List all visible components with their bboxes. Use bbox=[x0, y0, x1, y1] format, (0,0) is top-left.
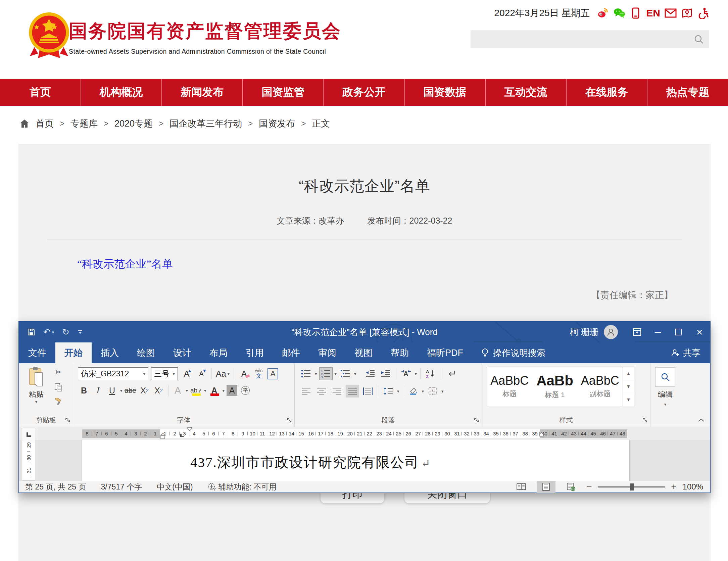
style-card-1[interactable]: AaBbC标题 bbox=[487, 367, 532, 406]
zoom-level[interactable]: 100% bbox=[683, 482, 703, 492]
style-card-3[interactable]: AaBbC副标题 bbox=[577, 367, 623, 406]
web-layout-icon[interactable] bbox=[562, 481, 580, 493]
cut-icon[interactable]: ✂ bbox=[53, 367, 64, 377]
save-icon[interactable] bbox=[27, 328, 35, 336]
character-shading-icon[interactable]: A bbox=[227, 385, 237, 396]
strikethrough-icon[interactable]: abe bbox=[125, 384, 137, 397]
avatar[interactable] bbox=[604, 325, 618, 339]
breadcrumb-item-2[interactable]: 专题库 bbox=[70, 118, 98, 130]
search-input[interactable] bbox=[471, 30, 689, 48]
first-line-indent-marker[interactable] bbox=[187, 427, 192, 431]
font-color-icon[interactable]: A bbox=[208, 384, 221, 397]
ribbon-tab-视图[interactable]: 视图 bbox=[345, 342, 382, 363]
hanging-indent-marker[interactable] bbox=[160, 432, 165, 440]
vertical-ruler[interactable]: 293031 bbox=[22, 440, 35, 481]
nav-item-1[interactable]: 首页 bbox=[0, 79, 81, 106]
font-dialog-launcher-icon[interactable] bbox=[287, 418, 292, 424]
account-name[interactable]: 柯 珊珊 bbox=[570, 326, 598, 338]
bullets-icon[interactable] bbox=[299, 367, 313, 380]
styles-dialog-launcher-icon[interactable] bbox=[643, 418, 647, 424]
nav-item-2[interactable]: 机构概况 bbox=[81, 79, 161, 106]
multilevel-list-icon[interactable] bbox=[339, 367, 352, 380]
nav-item-3[interactable]: 新闻发布 bbox=[161, 79, 242, 106]
zoom-out-icon[interactable]: − bbox=[586, 481, 592, 492]
bold-icon[interactable]: B bbox=[78, 384, 90, 397]
tell-me-search[interactable]: 操作说明搜索 bbox=[481, 342, 545, 363]
format-painter-icon[interactable] bbox=[53, 397, 64, 407]
weibo-icon[interactable] bbox=[597, 7, 609, 19]
ribbon-tab-福昕PDF[interactable]: 福昕PDF bbox=[418, 342, 472, 363]
subscript-icon[interactable]: X2 bbox=[139, 384, 151, 397]
ribbon-tab-引用[interactable]: 引用 bbox=[237, 342, 273, 363]
shrink-font-icon[interactable]: A▼ bbox=[195, 367, 207, 380]
highlight-color-icon[interactable]: ab bbox=[190, 384, 202, 397]
editing-button[interactable]: 编辑 ▾ bbox=[654, 367, 676, 407]
nav-item-5[interactable]: 政务公开 bbox=[323, 79, 404, 106]
redo-icon[interactable]: ↻ bbox=[62, 327, 69, 337]
location-map-icon[interactable] bbox=[681, 7, 693, 19]
ribbon-display-options-icon[interactable] bbox=[627, 322, 647, 342]
page-indicator[interactable]: 第 25 页, 共 25 页 bbox=[25, 482, 86, 492]
undo-icon[interactable]: ↶▾ bbox=[43, 327, 54, 337]
breadcrumb-item-6[interactable]: 正文 bbox=[312, 118, 330, 130]
styles-more-icon[interactable]: ▼ bbox=[623, 393, 634, 406]
increase-indent-icon[interactable] bbox=[379, 367, 392, 380]
search-button[interactable] bbox=[689, 30, 709, 48]
breadcrumb-item-1[interactable]: 首页 bbox=[36, 118, 54, 130]
align-left-icon[interactable] bbox=[299, 385, 313, 398]
mail-icon[interactable] bbox=[665, 7, 677, 19]
align-center-icon[interactable] bbox=[315, 385, 328, 398]
close-button[interactable]: × bbox=[689, 322, 710, 342]
change-case-icon[interactable]: Aa▾ bbox=[216, 367, 230, 380]
styles-scroll-up-icon[interactable]: ▲ bbox=[623, 367, 634, 380]
nav-item-9[interactable]: 热点专题 bbox=[647, 79, 728, 106]
numbering-icon[interactable]: 123 bbox=[319, 367, 333, 380]
asian-layout-icon[interactable]: A bbox=[399, 367, 413, 380]
nav-item-4[interactable]: 国资监管 bbox=[242, 79, 323, 106]
text-effects-icon[interactable]: A bbox=[172, 384, 184, 397]
paragraph-dialog-launcher-icon[interactable] bbox=[474, 418, 479, 424]
clear-formatting-icon[interactable]: A bbox=[238, 367, 250, 380]
print-layout-icon[interactable] bbox=[537, 481, 555, 493]
clipboard-dialog-launcher-icon[interactable] bbox=[65, 418, 70, 424]
document-area[interactable]: 293031 437.深圳市市政设计研究院有限公司↵ bbox=[19, 440, 710, 481]
phonetic-guide-icon[interactable]: wén 文 bbox=[253, 367, 265, 380]
document-text-line[interactable]: 437.深圳市市政设计研究院有限公司↵ bbox=[190, 453, 431, 472]
justify-icon[interactable] bbox=[346, 385, 359, 398]
enclose-characters-icon[interactable]: 字 bbox=[239, 384, 251, 397]
word-count[interactable]: 3/7517 个字 bbox=[101, 482, 142, 492]
ribbon-tab-开始[interactable]: 开始 bbox=[55, 342, 92, 363]
superscript-icon[interactable]: X2 bbox=[153, 384, 165, 397]
document-page[interactable]: 437.深圳市市政设计研究院有限公司↵ bbox=[82, 440, 629, 481]
nav-item-6[interactable]: 国资数据 bbox=[404, 79, 485, 106]
customize-qat-icon[interactable] bbox=[78, 329, 83, 335]
maximize-button[interactable] bbox=[668, 322, 689, 342]
tab-selector[interactable] bbox=[22, 428, 35, 441]
accessibility-status[interactable]: ? 辅助功能: 不可用 bbox=[208, 482, 277, 492]
zoom-slider-thumb[interactable] bbox=[630, 483, 634, 490]
shading-icon[interactable] bbox=[406, 385, 420, 398]
ribbon-tab-文件[interactable]: 文件 bbox=[19, 342, 55, 363]
right-indent-marker[interactable] bbox=[539, 432, 544, 436]
copy-icon[interactable] bbox=[53, 382, 64, 392]
styles-scroll-down-icon[interactable]: ▼ bbox=[623, 380, 634, 393]
italic-icon[interactable]: I bbox=[92, 384, 104, 397]
distributed-icon[interactable] bbox=[361, 385, 375, 398]
share-button[interactable]: 共享 bbox=[671, 342, 700, 363]
ribbon-tab-插入[interactable]: 插入 bbox=[92, 342, 128, 363]
font-size-combobox[interactable]: 三号▾ bbox=[151, 367, 178, 380]
character-border-icon[interactable]: A bbox=[268, 368, 278, 379]
decrease-indent-icon[interactable] bbox=[363, 367, 377, 380]
line-spacing-icon[interactable] bbox=[382, 385, 395, 398]
en-language-link[interactable]: EN bbox=[646, 7, 660, 19]
language-indicator[interactable]: 中文(中国) bbox=[157, 482, 193, 492]
zoom-slider[interactable] bbox=[598, 481, 665, 493]
read-mode-icon[interactable] bbox=[512, 481, 531, 493]
breadcrumb-item-3[interactable]: 2020专题 bbox=[114, 118, 153, 130]
underline-icon[interactable]: U bbox=[106, 384, 118, 397]
ribbon-tab-设计[interactable]: 设计 bbox=[164, 342, 200, 363]
ribbon-tab-布局[interactable]: 布局 bbox=[200, 342, 237, 363]
mobile-icon[interactable] bbox=[630, 7, 642, 19]
tab-stop-marker[interactable] bbox=[180, 434, 184, 437]
breadcrumb-item-4[interactable]: 国企改革三年行动 bbox=[169, 118, 242, 130]
